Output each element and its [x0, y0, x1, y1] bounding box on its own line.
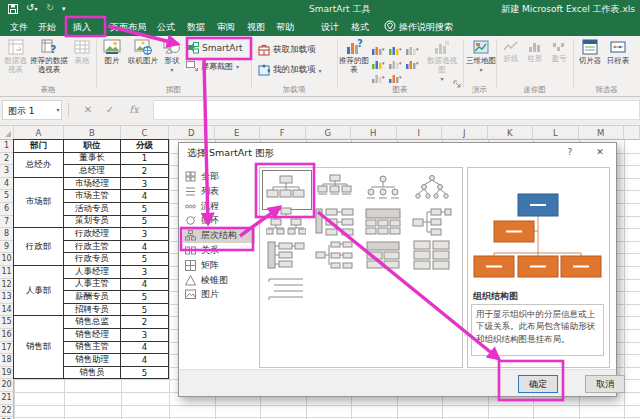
recommended-pivot-button[interactable]: ? 推荐的数据透视表: [30, 39, 68, 74]
gallery-thumb-10[interactable]: [363, 240, 403, 270]
tab-3[interactable]: 页面布局: [104, 18, 152, 36]
row-header-17[interactable]: 17: [0, 342, 14, 355]
column-header-partial[interactable]: [624, 126, 640, 140]
shapes-button[interactable]: 形状▾: [160, 39, 184, 74]
job-cell[interactable]: 策划专员: [64, 216, 121, 229]
row-header-4[interactable]: 4: [0, 178, 14, 191]
tab-2[interactable]: 插入: [62, 18, 102, 36]
chart-type-button-1-0[interactable]: ▾: [372, 54, 387, 66]
gallery-thumb-0[interactable]: [266, 174, 306, 204]
screenshot-button[interactable]: 屏幕截图▾: [186, 59, 239, 73]
dept-cell[interactable]: 销售部: [14, 316, 64, 379]
grade-cell[interactable]: 5: [121, 203, 169, 216]
online-pictures-button[interactable]: 联机图片: [127, 39, 159, 65]
row-header-20[interactable]: 20: [0, 379, 14, 392]
column-header-I[interactable]: I: [397, 126, 443, 140]
grade-cell[interactable]: 5: [121, 291, 169, 304]
column-header-L[interactable]: L: [533, 126, 579, 140]
redo-button[interactable]: ↻: [46, 2, 54, 13]
cancel-entry-icon[interactable]: ✕: [80, 100, 96, 120]
dialog-category-0[interactable]: 全部: [185, 169, 255, 184]
row-header-12[interactable]: 12: [0, 279, 14, 292]
3d-map-button[interactable]: 三维地图▾: [466, 39, 496, 74]
save-icon[interactable]: [8, 4, 18, 14]
column-header-F[interactable]: F: [260, 126, 306, 140]
job-cell[interactable]: 人事主管: [64, 279, 121, 292]
column-header-A[interactable]: A: [14, 126, 64, 140]
enter-entry-icon[interactable]: ✓: [102, 100, 118, 120]
table-button[interactable]: 表格: [69, 39, 95, 65]
grade-cell[interactable]: 2: [121, 165, 169, 178]
job-cell[interactable]: 销售助理: [64, 354, 121, 367]
row-header-3[interactable]: 3: [0, 165, 14, 178]
gallery-thumb-5[interactable]: [315, 207, 355, 237]
row-header-19[interactable]: 19: [0, 367, 14, 380]
tab-1[interactable]: 开始: [34, 18, 60, 36]
job-cell[interactable]: 销售总监: [64, 316, 121, 329]
tab-5[interactable]: 数据: [182, 18, 210, 36]
job-cell[interactable]: 活动专员: [64, 203, 121, 216]
row-header-8[interactable]: 8: [0, 228, 14, 241]
gallery-thumb-11[interactable]: [412, 240, 452, 270]
table-header-0[interactable]: 部门: [14, 140, 64, 153]
grade-cell[interactable]: 4: [121, 190, 169, 203]
dialog-close-button[interactable]: ✕: [587, 143, 613, 161]
job-cell[interactable]: 薪酬专员: [64, 291, 121, 304]
grade-cell[interactable]: 3: [121, 228, 169, 241]
context-tab-1[interactable]: 格式: [344, 18, 376, 36]
chart-type-button-2-0[interactable]: ▾: [372, 68, 387, 80]
grade-cell[interactable]: 5: [121, 216, 169, 229]
table-header-1[interactable]: 职位: [64, 140, 121, 153]
gallery-thumb-2[interactable]: [363, 174, 403, 204]
row-header-16[interactable]: 16: [0, 329, 14, 342]
undo-button[interactable]: ↺▾: [26, 2, 37, 13]
column-header-B[interactable]: B: [64, 126, 121, 140]
row-header-7[interactable]: 7: [0, 216, 14, 229]
tab-0[interactable]: 文件: [4, 18, 34, 36]
dialog-help-button[interactable]: ?: [557, 143, 583, 161]
job-cell[interactable]: 销售经理: [64, 329, 121, 342]
chart-type-button-1-1[interactable]: ▾: [389, 54, 404, 66]
row-header-21[interactable]: 21: [0, 392, 14, 405]
formula-input[interactable]: [153, 100, 640, 120]
grade-cell[interactable]: 3: [121, 178, 169, 191]
column-header-D[interactable]: D: [169, 126, 215, 140]
get-addins-button[interactable]: 获取加载项: [258, 43, 316, 57]
slicer-button[interactable]: 切片器: [577, 39, 603, 65]
grade-cell[interactable]: 1: [121, 153, 169, 166]
pivot-table-button[interactable]: 数据透视表: [2, 39, 29, 74]
gallery-thumb-12[interactable]: [266, 273, 306, 303]
table-header-2[interactable]: 分级: [121, 140, 169, 153]
sparkline-column-button[interactable]: 柱形: [524, 41, 546, 63]
row-header-18[interactable]: 18: [0, 354, 14, 367]
tab-4[interactable]: 公式: [152, 18, 180, 36]
select-all-corner[interactable]: [0, 126, 14, 140]
chart-type-button-0-2[interactable]: ▾: [406, 40, 421, 52]
grade-cell[interactable]: 2: [121, 316, 169, 329]
gallery-thumb-6[interactable]: [363, 207, 403, 237]
row-header-10[interactable]: 10: [0, 253, 14, 266]
job-cell[interactable]: 行政专员: [64, 253, 121, 266]
dept-cell[interactable]: 总经办: [14, 153, 64, 178]
grade-cell[interactable]: 5: [121, 304, 169, 317]
timeline-button[interactable]: 日程表: [604, 39, 632, 65]
dialog-category-5[interactable]: 关系: [185, 243, 255, 258]
dept-cell[interactable]: 行政部: [14, 228, 64, 266]
job-cell[interactable]: 市场主管: [64, 190, 121, 203]
grade-cell[interactable]: 4: [121, 279, 169, 292]
grade-cell[interactable]: 3: [121, 266, 169, 279]
ok-button[interactable]: 确定: [518, 375, 558, 393]
grade-cell[interactable]: 5: [121, 367, 169, 380]
gallery-thumb-4[interactable]: [266, 207, 306, 237]
gallery-thumb-8[interactable]: [266, 240, 306, 270]
column-header-E[interactable]: E: [215, 126, 261, 140]
sparkline-line-button[interactable]: 折线: [500, 41, 522, 63]
job-cell[interactable]: 人事经理: [64, 266, 121, 279]
tell-me-box[interactable]: 操作说明搜索: [384, 18, 453, 36]
pictures-button[interactable]: 图片: [98, 39, 126, 65]
name-box-dropdown-icon[interactable]: ▾: [52, 100, 64, 120]
column-header-C[interactable]: C: [121, 126, 169, 140]
dialog-category-4[interactable]: 层次结构: [185, 228, 255, 243]
row-header-9[interactable]: 9: [0, 241, 14, 254]
dept-cell[interactable]: 市场部: [14, 178, 64, 228]
